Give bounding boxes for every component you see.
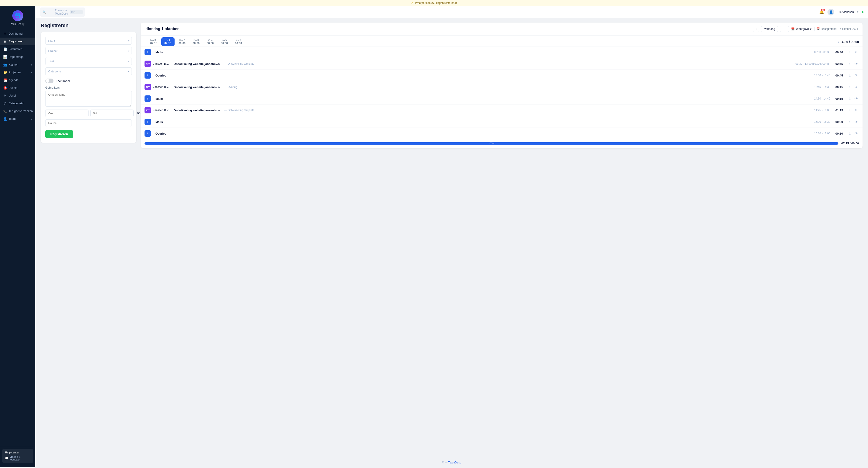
sidebar-item-verlof[interactable]: ✈ Verlof [0,92,35,99]
registreren-icon: ⊕ [3,40,7,43]
entry-time-range: 16:30 - 17:00 [814,132,830,135]
entry-duration: 00:45 [835,85,843,89]
week-day-name: Wo 2 [179,39,185,41]
sidebar-item-categorieen[interactable]: 🏷 Categorieën [0,99,35,107]
project-select[interactable]: Project [45,47,132,55]
entry-view-button[interactable]: 👁 [854,96,859,101]
entry-info-button[interactable]: ℹ [847,84,852,90]
week-day-time: 00:00 [179,42,185,45]
footer-text: © — [442,461,448,464]
entry-client: Janssen B.V. [153,109,169,112]
week-scroll-left[interactable]: ‹ [145,40,147,43]
week-day-name: Za 5 [222,39,227,41]
facturabel-toggle[interactable] [45,79,54,83]
search-shortcut: ⌘K [70,10,83,14]
sidebar-item-terugbelverzoeken[interactable]: 📞 Terugbelverzoeken [0,107,35,115]
klant-select[interactable]: Klant [45,37,132,45]
sidebar-item-events[interactable]: 🎯 Events [0,84,35,92]
calendar-panel: dinsdag 1 oktober ‹ Vandaag › 📅 Weergave… [141,23,863,148]
gebruikers-label: Gebruikers [45,85,132,91]
week-day-time: 07:15 [164,42,172,45]
register-button[interactable]: Registreren [45,130,73,138]
week-total: 14:30 / 00:00 [840,40,859,44]
week-day-time: 00:00 [192,42,199,45]
entry-info-button[interactable]: ℹ [847,119,852,124]
page-title: Registreren [41,23,136,28]
progress-bar-wrap: 100% [145,142,838,145]
footer-link[interactable]: TeamDesq [448,461,461,464]
week-day-time: 07:15 [150,42,157,45]
entry-info-button[interactable]: ℹ [847,61,852,66]
sidebar-item-label: Categorieën [9,102,24,105]
sidebar-item-dashboard[interactable]: ⊞ Dashboard [0,30,35,37]
entry-view-button[interactable]: 👁 [854,84,859,90]
sidebar-item-klanten[interactable]: 👥 Klanten ▾ [0,61,35,68]
entry-view-button[interactable]: 👁 [854,119,859,124]
entry-task: Ontwikkeling website jansenbv.nl [174,62,220,66]
entry-row: JBV Janssen B.V. Ontwikkeling website ja… [141,58,863,70]
entry-actions: ℹ 👁 [847,61,859,66]
date-range: 📅 30 september - 6 oktober 2024 [816,27,858,31]
entry-time-range: 14:45 - 16:00 [814,109,830,112]
sidebar-item-rapportage[interactable]: 📊 Rapportage [0,53,35,61]
week-day-item[interactable]: Do 3 00:00 [190,37,203,46]
week-day-time: 00:00 [235,42,242,45]
entry-view-button[interactable]: 👁 [854,131,859,136]
entry-view-button[interactable]: 👁 [854,61,859,66]
user-menu-chevron[interactable]: ▾ [857,10,859,13]
omschrijving-textarea[interactable] [45,91,132,107]
entry-view-button[interactable]: 👁 [854,50,859,55]
prev-nav-button[interactable]: ‹ [753,26,759,32]
week-day-item[interactable]: Di 1 07:15 [161,37,175,46]
chevron-down-icon: ▾ [31,118,32,120]
weergave-button[interactable]: 📅 Weergave ▾ [788,26,814,32]
week-day-item[interactable]: Wo 2 00:00 [176,37,189,46]
sidebar-item-registreren[interactable]: ⊕ Registreren [0,37,35,45]
vandaag-button[interactable]: Vandaag [761,26,778,32]
entry-view-button[interactable]: 👁 [854,72,859,78]
sidebar-item-team[interactable]: 👤 Team ▾ [0,115,35,123]
week-day-item[interactable]: Ma 30 07:15 [147,37,160,46]
search-box[interactable]: 🔍 Zoeken in TeamDesq ⌘K [40,7,85,17]
entry-info-button[interactable]: ℹ [847,96,852,101]
entry-info-button[interactable]: ℹ [847,108,852,113]
entry-info-button[interactable]: ℹ [847,131,852,136]
week-day-item[interactable]: Vr 4 00:00 [204,37,217,46]
entry-view-button[interactable]: 👁 [854,108,859,113]
notification-button[interactable]: 🔔 11 [819,9,824,14]
progress-bar-bg [145,142,838,145]
klanten-icon: 👥 [3,63,7,66]
entry-info-button[interactable]: ℹ [847,50,852,55]
main-content: 🔍 Zoeken in TeamDesq ⌘K 🔔 11 👤 Piet Jans… [35,6,868,467]
sidebar-item-label: Projecten [9,71,21,74]
week-day-item[interactable]: Zo 6 00:00 [232,37,245,46]
sidebar-item-projecten[interactable]: 📁 Projecten ▾ [0,68,35,76]
sidebar-logo: 🌐 Mijn Bedrijf [0,6,35,28]
entry-actions: ℹ 👁 [847,84,859,90]
categorie-select[interactable]: Categorie [45,67,132,76]
user-name[interactable]: Piet Janssen [837,10,854,14]
sidebar-item-label: Verlof [9,94,16,97]
entry-row: JBV Janssen B.V. Ontwikkeling website ja… [141,105,863,116]
next-nav-button[interactable]: › [780,26,786,32]
tot-input[interactable] [90,110,133,117]
feedback-link[interactable]: 💬 Vragen & feedback [5,456,30,461]
entry-client: Janssen B.V. [153,85,169,89]
van-input[interactable] [45,110,89,117]
avatar[interactable]: 👤 [828,9,834,16]
entry-duration: 00:30 [835,51,843,54]
team-icon: 👤 [3,117,7,121]
taak-select[interactable]: Taak [45,57,132,65]
company-name: Mijn Bedrijf [11,23,24,26]
chevron-down-icon: ▾ [31,63,32,66]
company-logo: 🌐 [12,10,23,21]
entry-info-button[interactable]: ℹ [847,72,852,78]
week-day-item[interactable]: Za 5 00:00 [218,37,231,46]
pauze-input[interactable] [45,119,132,127]
sidebar-item-agenda[interactable]: 📅 Agenda [0,76,35,84]
week-day-time: 00:00 [207,42,214,45]
sidebar-item-factureren[interactable]: 📄 Factureren [0,45,35,53]
week-scroll-right[interactable]: › [837,40,840,43]
page-content: Registreren Klant ▾ Project ▾ [35,18,868,458]
entries-list: I Mails 09:00 - 09:30 00:30 ℹ 👁 JBV Jans… [141,47,863,139]
